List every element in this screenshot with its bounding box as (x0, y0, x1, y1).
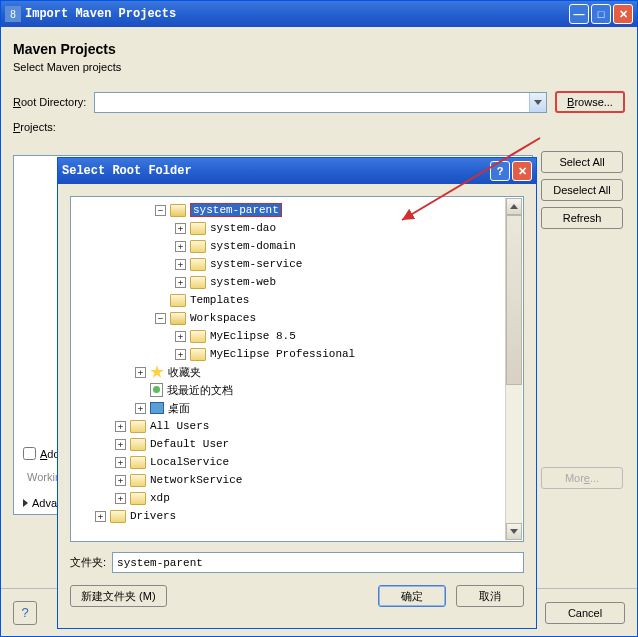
folder-icon (130, 456, 146, 469)
expand-icon[interactable]: + (175, 259, 186, 270)
folder-icon (130, 420, 146, 433)
folder-icon (170, 294, 186, 307)
expand-icon[interactable]: + (135, 403, 146, 414)
folder-name-input[interactable] (112, 552, 524, 573)
folder-icon (190, 330, 206, 343)
scroll-thumb[interactable] (506, 215, 522, 385)
folder-icon (190, 276, 206, 289)
page-subtitle: Select Maven projects (13, 61, 625, 73)
collapse-icon[interactable]: − (155, 313, 166, 324)
refresh-button[interactable]: Refresh (541, 207, 623, 229)
folder-icon (190, 222, 206, 235)
tree-node-system-parent[interactable]: system-parent (190, 203, 282, 217)
folder-label: 文件夹: (70, 555, 106, 570)
working-set-label: Workin (27, 471, 61, 483)
root-dir-combo[interactable] (94, 92, 547, 113)
ok-button[interactable]: 确定 (378, 585, 446, 607)
expand-icon[interactable]: + (175, 331, 186, 342)
desktop-icon (150, 402, 164, 414)
tree-node[interactable]: LocalService (150, 456, 229, 468)
more-button[interactable]: More... (541, 467, 623, 489)
window-title: Import Maven Projects (25, 7, 569, 21)
expand-icon[interactable]: + (115, 457, 126, 468)
page-title: Maven Projects (13, 41, 625, 57)
add-to-working-set-checkbox[interactable] (23, 447, 36, 460)
tree-node[interactable]: system-service (210, 258, 302, 270)
expand-icon[interactable]: + (135, 367, 146, 378)
dialog-cancel-button[interactable]: 取消 (456, 585, 524, 607)
select-folder-dialog: Select Root Folder ? ✕ −system-parent +s… (57, 157, 537, 629)
favorites-icon (150, 365, 164, 379)
chevron-down-icon (534, 100, 542, 105)
dialog-close-button[interactable]: ✕ (512, 161, 532, 181)
tree-node[interactable]: All Users (150, 420, 209, 432)
root-dir-input[interactable] (95, 93, 529, 112)
expand-icon[interactable]: + (115, 439, 126, 450)
scrollbar[interactable] (505, 198, 522, 540)
tree-node[interactable]: NetworkService (150, 474, 242, 486)
chevron-down-icon (510, 529, 518, 534)
expand-icon[interactable]: + (175, 277, 186, 288)
tree-node[interactable]: Workspaces (190, 312, 256, 324)
expand-icon[interactable]: + (115, 493, 126, 504)
close-button[interactable]: ✕ (613, 4, 633, 24)
maximize-button[interactable]: □ (591, 4, 611, 24)
projects-label: Projects: (13, 121, 56, 133)
dialog-help-button[interactable]: ? (490, 161, 510, 181)
folder-open-icon (170, 204, 186, 217)
expand-icon[interactable]: + (175, 223, 186, 234)
tree-node[interactable]: 收藏夹 (168, 365, 201, 380)
folder-open-icon (170, 312, 186, 325)
main-titlebar: 8 Import Maven Projects — □ ✕ (1, 1, 637, 27)
expand-icon[interactable]: + (175, 241, 186, 252)
dialog-title: Select Root Folder (62, 164, 490, 178)
expand-icon[interactable]: + (175, 349, 186, 360)
folder-icon (130, 474, 146, 487)
folder-icon (190, 240, 206, 253)
new-folder-button[interactable]: 新建文件夹 (M) (70, 585, 167, 607)
folder-icon (190, 348, 206, 361)
app-icon: 8 (5, 6, 21, 22)
tree-node[interactable]: MyEclipse 8.5 (210, 330, 296, 342)
expand-icon[interactable]: + (95, 511, 106, 522)
tree-node[interactable]: system-domain (210, 240, 296, 252)
folder-tree[interactable]: −system-parent +system-dao +system-domai… (70, 196, 524, 542)
dialog-titlebar: Select Root Folder ? ✕ (58, 158, 536, 184)
expand-icon[interactable]: + (115, 421, 126, 432)
folder-icon (130, 438, 146, 451)
tree-node[interactable]: system-web (210, 276, 276, 288)
tree-node[interactable]: 我最近的文档 (167, 383, 233, 398)
folder-icon (130, 492, 146, 505)
tree-node[interactable]: Templates (190, 294, 249, 306)
scroll-up-button[interactable] (506, 198, 522, 215)
chevron-up-icon (510, 204, 518, 209)
tree-node[interactable]: system-dao (210, 222, 276, 234)
help-button[interactable]: ? (13, 601, 37, 625)
folder-icon (190, 258, 206, 271)
cancel-button[interactable]: Cancel (545, 602, 625, 624)
expand-icon[interactable]: + (115, 475, 126, 486)
tree-node[interactable]: Drivers (130, 510, 176, 522)
browse-button[interactable]: BBrowse...rowse... (555, 91, 625, 113)
root-dir-label: Root Directory: (13, 96, 86, 108)
collapse-icon[interactable]: − (155, 205, 166, 216)
root-dir-dropdown-button[interactable] (529, 93, 546, 112)
tree-node[interactable]: xdp (150, 492, 170, 504)
minimize-button[interactable]: — (569, 4, 589, 24)
select-all-button[interactable]: Select All (541, 151, 623, 173)
chevron-right-icon (23, 499, 28, 507)
folder-icon (110, 510, 126, 523)
deselect-all-button[interactable]: Deselect All (541, 179, 623, 201)
tree-node[interactable]: MyEclipse Professional (210, 348, 355, 360)
recent-docs-icon (150, 383, 163, 397)
scroll-down-button[interactable] (506, 523, 522, 540)
tree-node[interactable]: 桌面 (168, 401, 190, 416)
tree-node[interactable]: Default User (150, 438, 229, 450)
